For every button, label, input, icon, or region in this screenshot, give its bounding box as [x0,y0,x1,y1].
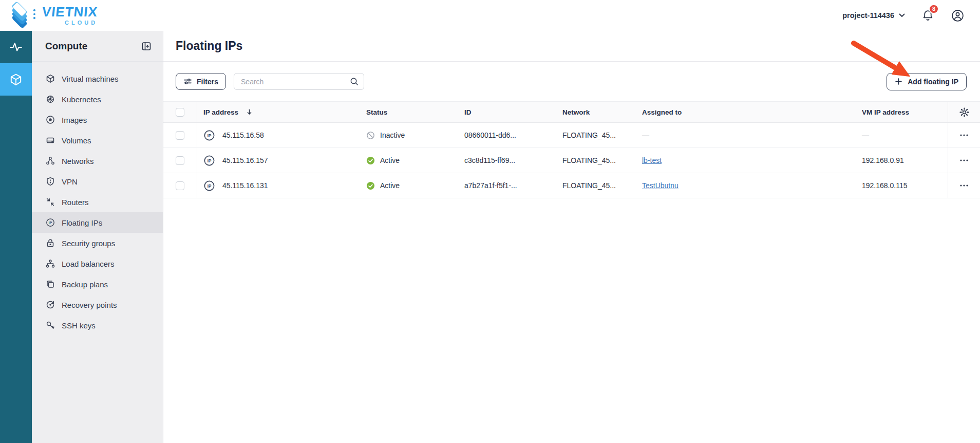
ip-circle-icon: IP [203,130,215,141]
network-value: FLOATING_45... [556,156,636,164]
rail-item-dashboard[interactable] [0,31,32,63]
compute-sidebar: Compute Virtual machines [32,31,163,443]
status-value: Active [380,181,400,190]
sidebar-item-security-groups[interactable]: Security groups [32,233,163,253]
main-content: Floating IPs Filters [163,31,980,443]
vietnix-logo[interactable]: VIETNIX CLOUD [8,2,98,29]
cube-icon [45,74,55,83]
user-avatar-button[interactable] [951,9,965,23]
assigned-to-link[interactable]: TestUbutnu [642,181,679,190]
ip-address-value: 45.115.16.58 [222,131,264,139]
sidebar-item-volumes[interactable]: Volumes [32,130,163,151]
ip-address-value: 45.115.16.131 [222,181,268,190]
chevron-down-icon [899,13,905,17]
inactive-status-icon [366,131,375,140]
column-ip-address: IP address [203,108,238,116]
column-id: ID [458,108,556,116]
ellipsis-icon [959,159,969,162]
hierarchy-icon [45,259,55,268]
sidebar-item-kubernetes[interactable]: Kubernetes [32,89,163,109]
module-rail [0,31,32,443]
assigned-to-link[interactable]: lb-test [642,156,662,164]
drive-icon [45,136,55,145]
restore-icon [45,300,55,309]
sidebar-item-images[interactable]: Images [32,109,163,130]
brand-name: VIETNIX [42,5,99,19]
row-checkbox[interactable] [176,131,184,140]
filters-button[interactable]: Filters [176,73,226,90]
sidebar-item-vpn[interactable]: VPN [32,171,163,192]
page-title: Floating IPs [176,39,242,53]
id-value: c3c8d115-ff69... [458,156,556,164]
column-vm-ip-address: VM IP address [856,108,948,116]
active-status-icon [366,181,375,190]
vm-ip-value: 192.168.0.115 [856,181,948,190]
sidebar-item-load-balancers[interactable]: Load balancers [32,253,163,274]
table-row: IP 45.115.16.157 Active c3c8d115-ff69...… [163,148,980,173]
network-value: FLOATING_45... [556,131,636,139]
notification-count-badge: 8 [929,4,939,14]
key-icon [45,321,55,330]
logo-layers-icon [8,3,35,29]
select-all-checkbox[interactable] [176,108,184,117]
project-selector-label: project-114436 [842,11,894,20]
cube-icon [9,73,23,86]
ellipsis-icon [959,134,969,137]
ip-circle-icon: IP [203,180,215,192]
copy-icon [45,280,55,289]
sort-descending-icon[interactable] [246,108,253,116]
sidebar-item-floating-ips[interactable]: IP Floating IPs [32,212,163,233]
sliders-icon [183,77,192,86]
table-header: IP address Status ID Network Assigned to… [163,101,980,123]
project-selector[interactable]: project-114436 [842,11,905,20]
column-network: Network [556,108,636,116]
gear-icon [959,107,969,117]
kubernetes-wheel-icon [45,95,55,104]
row-actions-button[interactable] [957,182,971,189]
table-settings-button[interactable] [959,107,969,117]
rail-item-compute[interactable] [0,63,32,96]
sidebar-item-networks[interactable]: Networks [32,151,163,171]
row-actions-button[interactable] [957,157,971,164]
sidebar-title: Compute [45,41,87,52]
active-status-icon [366,156,375,165]
search-input[interactable] [234,73,364,90]
vm-ip-value: 192.168.0.91 [856,156,948,164]
sidebar-item-backup-plans[interactable]: Backup plans [32,274,163,294]
shield-icon [45,177,55,186]
ip-circle-icon: IP [203,155,215,167]
row-actions-button[interactable] [957,132,971,139]
status-value: Active [380,156,400,164]
brand-tagline: CLOUD [42,20,98,26]
table-row: IP 45.115.16.131 Active a7b27a1f-f5f1-..… [163,173,980,198]
padlock-icon [45,238,55,248]
sidebar-item-recovery-points[interactable]: Recovery points [32,294,163,315]
id-value: a7b27a1f-f5f1-... [458,181,556,190]
network-value: FLOATING_45... [556,181,636,190]
top-header: VIETNIX CLOUD project-114436 8 [0,0,980,31]
network-nodes-icon [45,156,55,165]
svg-text:IP: IP [208,183,212,188]
sidebar-item-routers[interactable]: Routers [32,192,163,212]
svg-text:IP: IP [208,158,212,163]
ip-circle-icon: IP [45,218,55,227]
table-row: IP 45.115.16.58 Inactive 08660011-dd6...… [163,123,980,148]
row-checkbox[interactable] [176,181,184,190]
plus-icon [895,78,902,85]
routes-icon [45,197,55,207]
sidebar-item-ssh-keys[interactable]: SSH keys [32,315,163,336]
notifications-button[interactable]: 8 [921,8,934,23]
column-status: Status [360,108,458,116]
row-checkbox[interactable] [176,156,184,165]
sidebar-collapse-button[interactable] [141,41,152,51]
sidebar-item-virtual-machines[interactable]: Virtual machines [32,68,163,89]
ellipsis-icon [959,184,969,187]
id-value: 08660011-dd6... [458,131,556,139]
svg-text:IP: IP [48,221,52,225]
disc-icon [45,115,55,124]
add-floating-ip-button[interactable]: Add floating IP [887,73,967,90]
panel-collapse-icon [141,41,152,51]
sidebar-menu: Virtual machines Kubernetes [32,62,163,342]
activity-pulse-icon [9,41,23,54]
ip-address-value: 45.115.16.157 [222,156,268,164]
